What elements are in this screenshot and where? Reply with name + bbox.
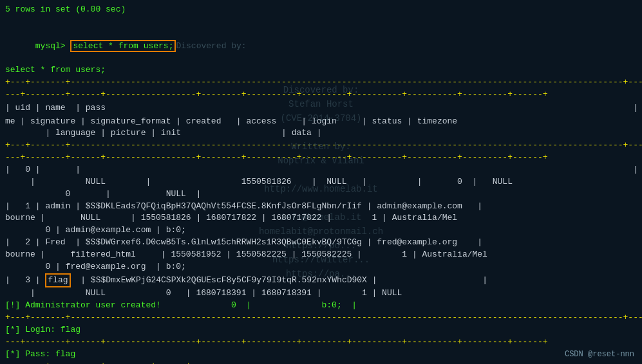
table-border-top1: +---+-------+---------------------------… — [5, 77, 637, 89]
row-2-fred-line3: 0 | fred@example.org | b:0; — [5, 261, 637, 273]
admin-created-msg: [!] Administrator user created! 0 | b:0;… — [5, 300, 637, 312]
row-1: 5 rows in set (0.00 sec) — [5, 4, 637, 16]
table-header-1: | uid | name | pass | mail | the — [5, 101, 637, 116]
table-border-bot1: +---+-------+---------------------------… — [5, 312, 637, 324]
flag-cell-highlight: flag — [45, 273, 70, 288]
discovered-by-inline: Discovered by: — [176, 41, 246, 51]
row-0-line1: | 0 | | | | — [5, 164, 637, 176]
row-3-flag-line1: | 3 | flag | $S$DmxEwKPjG24CSPXk2QGUEscF… — [5, 273, 637, 288]
row-2-fred-line1: | 2 | Fred | $S$DWGrxef6.D0cwB5Ts.GlnLw1… — [5, 237, 637, 249]
table-border-bot2: ---+--------+------+------------------+-… — [5, 336, 637, 349]
table-border-mid1: +---+-------+---------------------------… — [5, 140, 637, 152]
row-4: select * from users; — [5, 64, 637, 77]
terminal-window: Discovered by: Stefan Horst (CVE-2014-37… — [0, 0, 642, 364]
row-0-line2: | NULL | 1550581826 | NULL | | 0 | NULL — [5, 176, 637, 188]
row-1-admin-line3: 0 | admin@example.com | b:0; — [5, 224, 637, 237]
mysql-prompt: mysql> — [35, 41, 71, 51]
row-1-admin-line2: bourne | NULL | 1550581826 | 1680717822 … — [5, 212, 637, 224]
csdn-badge: CSDN @reset-nnn — [565, 350, 634, 359]
row-0-line3: 0 | NULL | — [5, 188, 637, 201]
table-border-bot3: +----------+---------+------+ — [5, 360, 637, 364]
table-border-top2: ---+--------+------+------------------+-… — [5, 89, 637, 101]
row-2 — [5, 16, 637, 28]
row-1-admin-line1: | 1 | admin | $S$DKLEads7QFQiqBpH37QAQhV… — [5, 201, 637, 213]
login-flag-line: [*] Login: flag — [5, 324, 637, 336]
select-command-highlight: select * from users; — [70, 40, 176, 52]
table-border-mid2: ---+--------+------+------------------+-… — [5, 152, 637, 164]
row-2-fred-line2: bourne | filtered_html | 1550581952 | 15… — [5, 249, 637, 261]
table-header-2: me | signature | signature_format | crea… — [5, 116, 637, 128]
mysql-prompt-row: mysql> select * from users;Discovered by… — [5, 28, 637, 65]
table-header-3: | language | picture | init | data | — [5, 127, 637, 140]
row-3-flag-line2: | NULL 0 | 1680718391 | 1680718391 | 1 |… — [5, 287, 637, 300]
pass-flag-line: [*] Pass: flag — [5, 349, 637, 361]
terminal-output: 5 rows in set (0.00 sec) mysql> select *… — [5, 4, 637, 364]
